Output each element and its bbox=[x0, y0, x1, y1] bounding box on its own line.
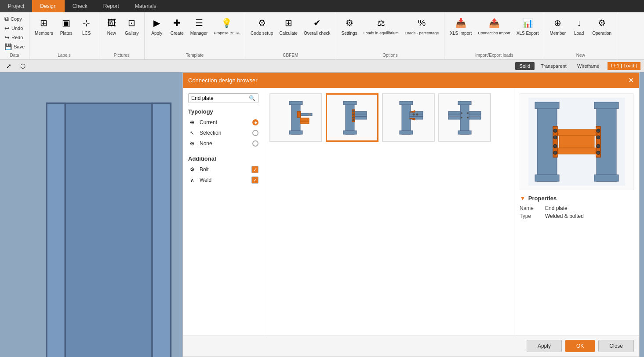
svg-rect-51 bbox=[458, 101, 471, 105]
typology-none-row[interactable]: ⊗ None bbox=[188, 140, 258, 147]
members-button[interactable]: ⊞ Members bbox=[32, 14, 56, 37]
ribbon: ⧉ Copy ↩ Undo ↪ Redo 💾 Save Data ⊞ Membe… bbox=[0, 12, 644, 60]
propose-icon: 💡 bbox=[220, 16, 234, 30]
svg-point-75 bbox=[553, 129, 557, 132]
additional-title: Additional bbox=[188, 155, 258, 162]
dialog-close-button[interactable]: ✕ bbox=[628, 76, 634, 85]
svg-rect-55 bbox=[448, 117, 460, 119]
thumbnail-item-3[interactable] bbox=[438, 93, 491, 142]
create-button[interactable]: ✚ Create bbox=[167, 14, 187, 37]
prop-name-key: Name bbox=[520, 205, 542, 211]
labels-group-label: Labels bbox=[58, 52, 70, 58]
xls-export-button[interactable]: 📊 XLS Export bbox=[514, 14, 542, 37]
cube-icon[interactable]: ⬡ bbox=[18, 61, 28, 71]
loads-percentage-button[interactable]: % Loads - percentage bbox=[402, 14, 442, 37]
typology-selection-row[interactable]: ↖ Selection bbox=[188, 129, 258, 137]
copy-icon: ⧉ bbox=[4, 15, 9, 22]
bolt-checkbox[interactable] bbox=[251, 166, 258, 173]
svg-point-77 bbox=[553, 144, 557, 148]
xls-import-button[interactable]: 📥 XLS Import bbox=[447, 14, 474, 37]
svg-rect-69 bbox=[594, 175, 619, 181]
properties-triangle-icon: ▼ bbox=[520, 195, 526, 202]
copy-button[interactable]: ⧉ Copy bbox=[3, 14, 26, 23]
apply-footer-button[interactable]: Apply bbox=[527, 340, 562, 352]
svg-rect-28 bbox=[300, 121, 309, 124]
load-badge: LE1 [ Load ] bbox=[608, 62, 640, 70]
svg-rect-33 bbox=[353, 111, 367, 114]
thumbnail-grid bbox=[269, 93, 509, 142]
settings-icon: ⚙ bbox=[342, 16, 357, 30]
bolt-row[interactable]: ⚙ Bolt bbox=[188, 166, 258, 173]
svg-point-39 bbox=[353, 119, 355, 121]
manager-button[interactable]: ☰ Manager bbox=[188, 14, 210, 37]
code-setup-icon: ⚙ bbox=[255, 16, 269, 30]
ribbon-data-group: ⧉ Copy ↩ Undo ↪ Redo 💾 Save Data bbox=[0, 12, 29, 59]
search-input[interactable] bbox=[191, 95, 247, 101]
settings-button[interactable]: ⚙ Settings bbox=[339, 14, 360, 37]
overall-check-button[interactable]: ✔ Overall check bbox=[301, 14, 333, 37]
apply-button[interactable]: ▶ Apply bbox=[147, 14, 167, 37]
svg-point-62 bbox=[467, 117, 469, 118]
ribbon-template-group: ▶ Apply ✚ Create ☰ Manager 💡 Propose BET… bbox=[145, 12, 245, 59]
transparent-mode-button[interactable]: Transparent bbox=[536, 62, 571, 70]
overall-check-icon: ✔ bbox=[310, 16, 324, 30]
tab-report[interactable]: Report bbox=[95, 0, 127, 12]
apply-icon: ▶ bbox=[150, 16, 164, 30]
search-icon: 🔍 bbox=[249, 95, 255, 101]
none-label: None bbox=[200, 140, 249, 147]
thumbnail-item-0[interactable] bbox=[269, 93, 322, 142]
lcs-button[interactable]: ⊹ LCS bbox=[77, 14, 96, 37]
typology-current-row[interactable]: ⊕ Current bbox=[188, 118, 258, 126]
typology-title: Typology bbox=[188, 108, 258, 115]
manager-icon: ☰ bbox=[192, 16, 206, 30]
thumbnail-item-2[interactable] bbox=[382, 93, 435, 142]
expand-icon[interactable]: ⤢ bbox=[4, 61, 14, 71]
gallery-button[interactable]: ⊡ Gallery bbox=[122, 14, 142, 37]
tab-materials[interactable]: Materials bbox=[127, 0, 164, 12]
calculate-button[interactable]: ⊞ Calculate bbox=[277, 14, 300, 37]
redo-icon: ↪ bbox=[4, 34, 10, 41]
undo-button[interactable]: ↩ Undo bbox=[3, 24, 26, 33]
svg-rect-66 bbox=[535, 175, 559, 181]
tab-project[interactable]: Project bbox=[0, 0, 32, 12]
xls-import-icon: 📥 bbox=[454, 16, 468, 30]
svg-rect-57 bbox=[469, 111, 481, 114]
member-button[interactable]: ⊕ Member bbox=[547, 14, 568, 37]
none-radio[interactable] bbox=[252, 140, 258, 147]
loads-equilibrium-button[interactable]: ⚖ Loads in equilibrium bbox=[361, 14, 401, 37]
tab-check[interactable]: Check bbox=[65, 0, 95, 12]
wireframe-mode-button[interactable]: Wireframe bbox=[573, 62, 604, 70]
operation-button[interactable]: ⚙ Operation bbox=[589, 14, 614, 37]
dialog-footer: Apply OK Close bbox=[183, 335, 639, 357]
code-setup-button[interactable]: ⚙ Code setup bbox=[248, 14, 276, 37]
members-icon: ⊞ bbox=[37, 16, 51, 30]
svg-point-38 bbox=[353, 116, 355, 118]
calculate-icon: ⊞ bbox=[281, 16, 295, 30]
weld-checkbox[interactable] bbox=[251, 177, 258, 184]
selection-radio[interactable] bbox=[252, 130, 258, 136]
connection-import-icon: 📤 bbox=[487, 16, 501, 30]
svg-rect-24 bbox=[297, 111, 301, 118]
prop-type-value: Welded & bolted bbox=[545, 213, 584, 219]
svg-point-82 bbox=[597, 151, 600, 155]
load-button[interactable]: ↓ Load bbox=[569, 14, 589, 37]
redo-button[interactable]: ↪ Redo bbox=[3, 33, 26, 42]
search-box[interactable]: 🔍 bbox=[188, 93, 258, 103]
solid-mode-button[interactable]: Solid bbox=[515, 62, 535, 70]
current-radio[interactable] bbox=[252, 119, 258, 125]
svg-point-80 bbox=[597, 136, 600, 139]
ribbon-importexport-group: 📥 XLS Import 📤 Connection Import 📊 XLS E… bbox=[444, 12, 544, 59]
close-footer-button[interactable]: Close bbox=[598, 340, 634, 352]
ok-footer-button[interactable]: OK bbox=[565, 340, 595, 352]
save-button[interactable]: 💾 Save bbox=[3, 42, 26, 51]
plates-button[interactable]: ▣ Plates bbox=[57, 14, 76, 37]
tab-design[interactable]: Design bbox=[32, 0, 64, 12]
dialog: Connection design browser ✕ 🔍 Typology ⊕… bbox=[182, 72, 640, 357]
connection-import-button[interactable]: 📤 Connection Import bbox=[475, 14, 513, 37]
weld-row[interactable]: ∧ Weld bbox=[188, 176, 258, 184]
svg-point-60 bbox=[461, 117, 462, 118]
new-button[interactable]: 🖼 New bbox=[102, 14, 121, 37]
propose-button[interactable]: 💡 Propose BETA bbox=[211, 14, 242, 37]
svg-point-49 bbox=[416, 113, 418, 115]
thumbnail-item-1[interactable] bbox=[326, 93, 378, 142]
